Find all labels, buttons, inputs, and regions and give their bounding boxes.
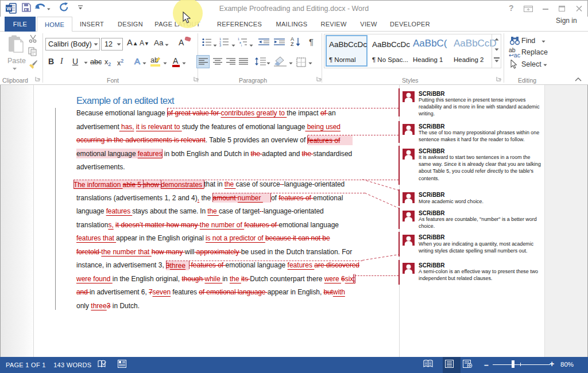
svg-text:3: 3 — [219, 44, 221, 46]
svg-text:i: i — [241, 44, 242, 46]
